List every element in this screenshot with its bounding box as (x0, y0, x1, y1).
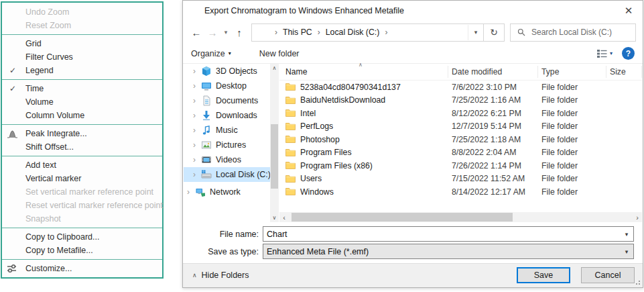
list-horizontal-scrollbar[interactable]: ‹ › (279, 212, 642, 222)
column-header-type[interactable]: Type (538, 66, 606, 78)
expander-chevron-icon[interactable]: › (193, 140, 200, 150)
resize-grip[interactable] (639, 281, 640, 282)
file-name-input[interactable] (263, 229, 620, 240)
sidebar-item-music[interactable]: ›Music (184, 123, 279, 138)
menu-item-shift-offset[interactable]: Shift Offset... (2, 140, 162, 154)
menu-item-reset-zoom[interactable]: Reset Zoom (2, 19, 162, 32)
menu-item-grid[interactable]: Grid (2, 37, 162, 50)
file-row[interactable]: Users7/15/2022 11:52 AMFile folder (279, 173, 642, 186)
scrollbar-thumb[interactable] (292, 213, 513, 222)
breadcrumb-item-local-disk-c[interactable]: Local Disk (C:) (324, 28, 381, 37)
menu-item-copy-to-clipboard[interactable]: Copy to Clipboard... (2, 230, 162, 244)
file-row[interactable]: 5238a04cd804790341d1377/6/2022 3:10 PMFi… (279, 81, 642, 94)
peak-icon (7, 129, 18, 138)
dialog-titlebar[interactable]: Export Chromatogram to Windows Enhanced … (183, 1, 643, 21)
sidebar-item-network[interactable]: ›Network (184, 185, 279, 199)
expander-chevron-icon[interactable]: › (193, 111, 200, 120)
chevron-down-icon[interactable]: ▾ (620, 231, 633, 238)
scroll-right-icon[interactable]: › (633, 213, 642, 222)
file-row[interactable]: PerfLogs12/7/2019 5:14 PMFile folder (279, 120, 642, 134)
menu-item-undo-zoom[interactable]: Undo Zoom (2, 5, 162, 19)
file-row[interactable]: Windows8/14/2022 12:17 AMFile folder (279, 185, 642, 199)
save-button[interactable]: Save (517, 267, 570, 283)
save-type-combobox[interactable]: Enhanced Meta File (*.emf) ▾ (263, 244, 634, 259)
breadcrumb-chevron-icon[interactable]: › (314, 28, 324, 37)
menu-item-copy-to-metafile[interactable]: Copy to Metafile... (2, 244, 162, 257)
scrollbar-thumb[interactable] (271, 124, 278, 189)
chevron-down-icon[interactable]: ▾ (620, 248, 633, 255)
up-button[interactable]: ↑ (231, 24, 247, 40)
menu-item-label: Reset vertical marker reference point (25, 201, 163, 210)
new-folder-button[interactable]: New folder (259, 49, 300, 58)
help-button[interactable]: ? (622, 47, 635, 60)
address-bar[interactable]: › This PC›Local Disk (C:)› ▾ (251, 23, 484, 42)
sidebar-item-3d-objects[interactable]: ›3D Objects (184, 64, 279, 79)
search-input[interactable] (530, 27, 627, 38)
expander-chevron-icon[interactable]: › (193, 170, 200, 179)
close-icon[interactable]: ✕ (615, 1, 643, 21)
scroll-down-icon[interactable]: ∨ (270, 213, 279, 222)
file-row[interactable]: Program Files (x86)7/26/2022 1:14 PMFile… (279, 159, 642, 173)
file-name: Program Files (x86) (300, 161, 373, 171)
file-name: Windows (300, 187, 334, 197)
menu-item-snapshot[interactable]: Snapshot (2, 212, 162, 226)
column-header-size[interactable]: Size (606, 66, 642, 78)
file-name: Users (300, 174, 322, 183)
forward-button[interactable]: → (204, 24, 220, 40)
scroll-up-icon[interactable]: ∧ (270, 64, 279, 72)
expander-chevron-icon[interactable]: › (193, 96, 200, 105)
file-row[interactable]: Program Files8/8/2022 2:04 AMFile folder (279, 146, 642, 160)
menu-item-vertical-marker[interactable]: Vertical marker (2, 172, 162, 185)
tree-item-label: Videos (216, 155, 241, 164)
tree-vertical-scrollbar[interactable]: ∧ ∨ (270, 64, 279, 222)
column-header-name[interactable]: Name (279, 66, 448, 78)
expander-chevron-icon[interactable]: › (187, 187, 194, 197)
file-row[interactable]: Intel8/12/2022 6:21 PMFile folder (279, 107, 642, 120)
change-view-button[interactable]: ▾ (597, 50, 613, 58)
menu-item-volume[interactable]: Volume (2, 95, 162, 109)
menu-item-add-text[interactable]: Add text (2, 158, 162, 172)
breadcrumb-chevron-icon[interactable]: › (381, 28, 391, 37)
menu-item-legend[interactable]: ✓Legend (2, 64, 162, 77)
sidebar-item-videos[interactable]: ›Videos (184, 152, 279, 167)
back-button[interactable]: ← (188, 24, 204, 40)
expander-chevron-icon[interactable]: › (193, 66, 200, 76)
menu-item-reset-vertical-marker-reference-point[interactable]: Reset vertical marker reference point (2, 199, 162, 212)
menu-item-set-vertical-marker-reference-point[interactable]: Set vertical marker reference point (2, 185, 162, 199)
expander-chevron-icon[interactable]: › (193, 126, 200, 135)
sidebar-item-pictures[interactable]: ›Pictures (184, 138, 279, 152)
organize-button[interactable]: Organize ▾ (191, 49, 231, 58)
menu-item-customize[interactable]: Customize... (2, 262, 162, 275)
refresh-icon[interactable]: ↻ (484, 23, 505, 42)
search-box[interactable] (510, 23, 636, 42)
sidebar-item-downloads[interactable]: ›Downloads (184, 108, 279, 123)
file-date-modified: 8/12/2022 6:21 PM (448, 109, 538, 118)
sidebar-item-desktop[interactable]: ›Desktop (184, 79, 279, 93)
menu-item-filter-curves[interactable]: Filter Curves (2, 50, 162, 64)
file-date-modified: 8/8/2022 2:04 AM (448, 148, 538, 157)
menu-item-time[interactable]: ✓Time (2, 82, 162, 95)
column-header-date-modified[interactable]: Date modified (448, 66, 538, 78)
sidebar-item-local-disk-c[interactable]: ›Local Disk (C:) (184, 167, 279, 182)
expander-chevron-icon[interactable]: › (193, 155, 200, 164)
sidebar-item-documents[interactable]: ›Documents (184, 93, 279, 108)
network-icon (195, 187, 206, 197)
file-row[interactable]: Photoshop7/25/2022 1:18 AMFile folder (279, 133, 642, 146)
hide-folders-button[interactable]: ∧ Hide Folders (192, 271, 249, 280)
file-name-combobox[interactable]: ▾ (263, 226, 634, 242)
file-name: PerfLogs (300, 121, 333, 131)
chevron-up-icon: ∧ (192, 272, 197, 279)
expander-chevron-icon[interactable]: › (193, 81, 200, 91)
cancel-button[interactable]: Cancel (581, 267, 635, 283)
file-row[interactable]: BaiduNetdiskDownload7/25/2022 1:16 AMFil… (279, 94, 642, 107)
file-date-modified: 7/25/2022 1:18 AM (448, 135, 538, 144)
folder-icon (285, 83, 296, 91)
history-dropdown-icon[interactable]: ▾ (220, 24, 231, 40)
menu-item-peak-integrate[interactable]: Peak Integrate... (2, 127, 162, 140)
navigation-bar: ← → ▾ ↑ › This PC›Local Disk (C:)› ▾ ↻ (183, 21, 643, 44)
breadcrumb-item-this-pc[interactable]: This PC (281, 28, 314, 37)
address-dropdown-icon[interactable]: ▾ (468, 25, 483, 40)
scroll-left-icon[interactable]: ‹ (279, 213, 289, 222)
details-view-icon (597, 50, 607, 58)
menu-item-column-volume[interactable]: Column Volume (2, 109, 162, 122)
